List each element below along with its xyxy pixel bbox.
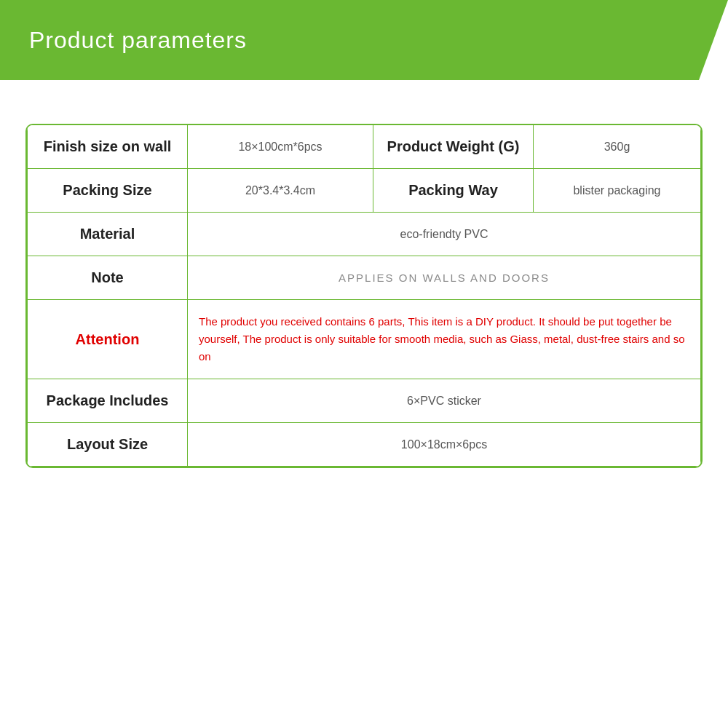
packing-way-value: blister packaging bbox=[533, 169, 700, 213]
product-parameters-table: Finish size on wall 18×100cm*6pcs Produc… bbox=[25, 124, 703, 468]
table-row: Finish size on wall 18×100cm*6pcs Produc… bbox=[28, 125, 701, 169]
page-wrapper: Product parameters Finish size on wall 1… bbox=[0, 0, 728, 728]
layout-size-value: 100×18cm×6pcs bbox=[188, 423, 701, 467]
packing-way-label: Packing Way bbox=[373, 169, 533, 213]
table-row: Package Includes 6×PVC sticker bbox=[28, 379, 701, 423]
table-row: Attention The product you received conta… bbox=[28, 300, 701, 379]
packing-size-value: 20*3.4*3.4cm bbox=[188, 169, 373, 213]
table-row: Material eco-friendty PVC bbox=[28, 213, 701, 256]
material-label: Material bbox=[28, 213, 188, 256]
finish-size-label: Finish size on wall bbox=[28, 125, 188, 169]
finish-size-value: 18×100cm*6pcs bbox=[188, 125, 373, 169]
layout-size-label: Layout Size bbox=[28, 423, 188, 467]
attention-value: The product you received contains 6 part… bbox=[188, 300, 701, 379]
package-includes-label: Package Includes bbox=[28, 379, 188, 423]
header-banner: Product parameters bbox=[0, 0, 728, 80]
page-title: Product parameters bbox=[29, 27, 247, 54]
note-value: APPLIES ON WALLS AND DOORS bbox=[188, 256, 701, 300]
table-row: Layout Size 100×18cm×6pcs bbox=[28, 423, 701, 467]
package-includes-value: 6×PVC sticker bbox=[188, 379, 701, 423]
material-value: eco-friendty PVC bbox=[188, 213, 701, 256]
attention-label: Attention bbox=[28, 300, 188, 379]
packing-size-label: Packing Size bbox=[28, 169, 188, 213]
table-row: Note APPLIES ON WALLS AND DOORS bbox=[28, 256, 701, 300]
product-weight-label: Product Weight (G) bbox=[373, 125, 533, 169]
table-row: Packing Size 20*3.4*3.4cm Packing Way bl… bbox=[28, 169, 701, 213]
note-label: Note bbox=[28, 256, 188, 300]
product-weight-value: 360g bbox=[533, 125, 700, 169]
